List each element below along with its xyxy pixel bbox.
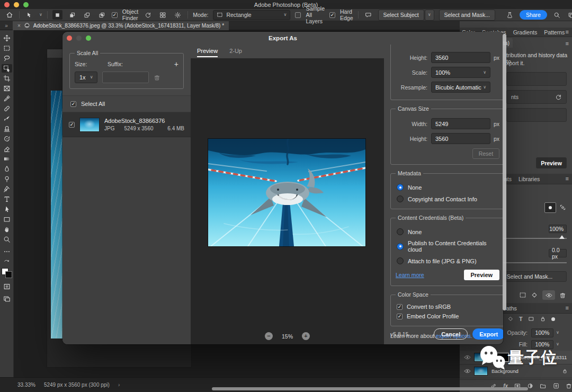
file-list-item[interactable]: ✓ AdobeStock_83866376 JPG 5249 x 3560 6.… — [62, 112, 191, 137]
fill-dot-icon[interactable] — [551, 317, 555, 321]
convert-srgb-checkbox[interactable]: ✓ — [397, 304, 403, 310]
invert-icon[interactable] — [531, 291, 538, 299]
learn-more-link[interactable]: Learn more — [396, 272, 424, 278]
panel-preview-button[interactable]: Preview — [536, 157, 567, 168]
mode-select[interactable]: Rectangle ∨ — [213, 10, 290, 20]
zoom-out-button[interactable]: − — [265, 332, 273, 340]
eye-toggle-icon[interactable] — [542, 290, 555, 300]
feather-value[interactable]: 0.0 px — [549, 249, 567, 257]
panel-button[interactable] — [506, 108, 567, 122]
crop-badge-icon[interactable] — [558, 202, 567, 212]
hamburger-icon[interactable]: ≡ — [566, 305, 569, 311]
density-value[interactable]: 100% — [549, 225, 567, 233]
pen-tool[interactable] — [2, 185, 12, 193]
move-tool[interactable] — [2, 34, 12, 42]
spot-healing-brush-tool[interactable] — [2, 104, 12, 113]
hamburger-icon[interactable]: ≡ — [566, 175, 569, 182]
new-layer-icon[interactable] — [553, 382, 559, 389]
preview-image[interactable] — [208, 139, 365, 246]
embed-profile-checkbox[interactable]: ✓ — [397, 314, 403, 319]
frame-tool[interactable] — [2, 84, 12, 93]
opacity-value[interactable]: 100% — [531, 328, 553, 337]
convert-srgb-option[interactable]: ✓ Convert to sRGB — [397, 304, 498, 310]
horizontal-scrollbar[interactable] — [212, 387, 528, 390]
trash-icon[interactable] — [559, 292, 566, 299]
eye-icon[interactable] — [464, 354, 471, 361]
lock-type-icon[interactable]: T — [519, 316, 523, 322]
eyedropper-tool[interactable] — [2, 94, 12, 103]
status-chevron-icon[interactable]: › — [118, 382, 120, 388]
subtract-selection-mode-button[interactable] — [82, 10, 92, 20]
select-all-checkbox[interactable]: ✓ — [70, 101, 76, 107]
toolbar-overflow-icon[interactable]: » — [0, 23, 13, 29]
zoom-tool[interactable] — [2, 235, 12, 244]
reset-button[interactable]: Reset — [472, 148, 499, 159]
overlay-options-icon[interactable] — [158, 10, 168, 20]
refresh-icon[interactable] — [143, 10, 153, 20]
add-scale-button[interactable]: + — [174, 60, 178, 68]
dodge-tool[interactable] — [2, 175, 12, 183]
blur-tool[interactable] — [2, 165, 12, 173]
cc-option-publish[interactable]: Publish to Content Credentials cloud — [397, 240, 498, 253]
cc-option-attach[interactable]: Attach to file (JPG & PNG) — [397, 257, 498, 264]
type-tool[interactable] — [2, 195, 12, 203]
feedback-icon[interactable] — [363, 10, 373, 20]
file-checkbox[interactable]: ✓ — [69, 122, 75, 128]
object-selection-tool[interactable] — [2, 64, 12, 73]
mask-mode-icon[interactable] — [544, 202, 556, 213]
clone-stamp-tool[interactable] — [2, 124, 12, 133]
selection-icon[interactable] — [519, 291, 526, 299]
metadata-option-copyright[interactable]: Copyright and Contact Info — [397, 195, 498, 202]
select-all-row[interactable]: ✓ Select All — [62, 95, 191, 112]
tab-2up[interactable]: 2-Up — [229, 44, 242, 57]
trash-icon[interactable] — [154, 74, 160, 81]
slider-thumb[interactable] — [559, 235, 565, 239]
hand-tool[interactable] — [2, 225, 12, 234]
intersect-selection-mode-button[interactable] — [97, 10, 107, 20]
lock-transparency-icon[interactable] — [507, 316, 514, 322]
embed-profile-option[interactable]: ✓ Embed Color Profile — [397, 313, 498, 319]
lock-position-icon[interactable] — [528, 316, 534, 322]
hamburger-icon[interactable]: ≡ — [566, 40, 569, 47]
panel-button[interactable] — [506, 72, 567, 86]
share-button[interactable]: Share — [520, 10, 547, 20]
screen-mode-toggle-icon[interactable] — [2, 295, 12, 303]
beta-flask-icon[interactable] — [505, 10, 515, 20]
scale-select[interactable]: 100% ∨ — [431, 67, 490, 78]
background-color-swatch[interactable] — [5, 271, 12, 278]
radio-icon[interactable] — [397, 257, 404, 264]
scale-size-select[interactable]: 1x ∨ — [75, 72, 97, 83]
select-subject-dropdown[interactable]: ∨ — [425, 10, 434, 21]
hamburger-icon[interactable]: ≡ — [566, 29, 569, 35]
canvas-width-field[interactable] — [431, 118, 490, 129]
new-selection-mode-button[interactable] — [52, 10, 62, 20]
group-folder-icon[interactable] — [540, 382, 546, 389]
swap-colors-icon[interactable] — [2, 257, 12, 263]
metadata-option-none[interactable]: None — [397, 184, 498, 191]
rectangular-marquee-tool[interactable] — [2, 44, 12, 52]
chevron-down-icon[interactable]: ∨ — [39, 13, 42, 17]
hard-edge-checkbox[interactable]: ✓ — [329, 12, 335, 18]
lock-all-icon[interactable] — [540, 316, 546, 322]
tab-paths-fragment[interactable]: aths — [506, 305, 517, 311]
panel-button-credentials[interactable]: nts — [506, 90, 567, 104]
lasso-tool[interactable] — [2, 54, 12, 63]
cancel-button[interactable]: Cancel — [434, 328, 468, 340]
resample-select[interactable]: Bicubic Automatic ∨ — [431, 82, 490, 93]
adjustment-layer-icon[interactable] — [527, 382, 533, 389]
tab-libraries[interactable]: Libraries — [519, 176, 540, 182]
radio-selected-icon[interactable] — [397, 243, 404, 250]
cc-preview-button[interactable]: Preview — [464, 270, 500, 280]
select-and-mask-button[interactable]: Select and Mask... — [439, 10, 495, 21]
vertical-scrollbar[interactable] — [503, 34, 506, 310]
edit-toolbar-icon[interactable] — [2, 247, 12, 256]
sample-all-layers-checkbox[interactable] — [295, 12, 301, 18]
chevron-down-icon[interactable]: ∨ — [556, 331, 559, 335]
object-finder-checkbox[interactable]: ✓ — [112, 12, 118, 18]
crop-tool[interactable] — [2, 74, 12, 83]
close-icon[interactable]: × — [17, 23, 21, 29]
tool-preset-icon[interactable] — [24, 10, 34, 20]
zoom-in-button[interactable]: + — [302, 332, 310, 340]
history-brush-tool[interactable] — [2, 135, 12, 143]
screen-mode-icon[interactable] — [567, 10, 572, 20]
